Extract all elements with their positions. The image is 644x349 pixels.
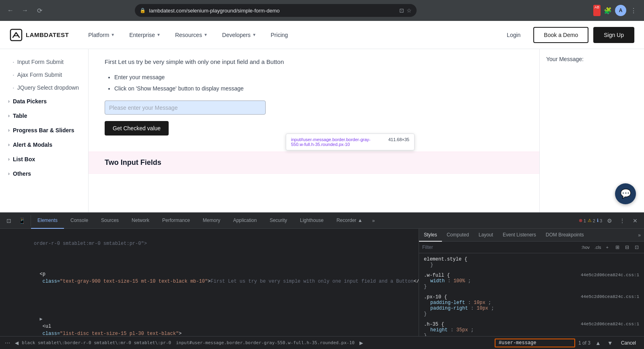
back-button[interactable]: ←	[5, 5, 16, 16]
sidebar-section-others[interactable]: › Others	[0, 166, 88, 181]
style-prop-line: padding-right : 10px ;	[424, 306, 639, 311]
nav-resources[interactable]: Resources ▼	[169, 29, 214, 41]
toggle-element-state-button[interactable]: ⊟	[623, 243, 631, 251]
devtools-tab-recorder[interactable]: Recorder ▲	[330, 213, 369, 229]
nav-enterprise[interactable]: Enterprise ▼	[123, 29, 167, 41]
warning-count: 2	[593, 218, 595, 223]
styles-tab-dom-breakpoints[interactable]: DOM Breakpoints	[541, 229, 589, 242]
signup-button[interactable]: Sign Up	[593, 27, 634, 43]
devtools-more-button[interactable]: ⋮	[617, 215, 628, 226]
hover-toggle-button[interactable]: :hov	[580, 244, 591, 250]
inspect-element-button[interactable]: ⊡	[3, 215, 14, 226]
warning-icon: ⚠	[588, 218, 592, 223]
get-checked-value-button[interactable]: Get Checked value	[105, 121, 169, 135]
user-message-input[interactable]	[105, 101, 266, 115]
devtools-more-tabs[interactable]: »	[369, 218, 378, 224]
search-prev-button[interactable]: ▲	[594, 339, 603, 347]
breadcrumb-arrow-right: ▶	[359, 340, 363, 346]
book-demo-button[interactable]: Book a Demo	[533, 27, 588, 43]
styles-tab-styles[interactable]: Styles	[419, 229, 442, 242]
screenshot-icon: ⊡	[399, 7, 404, 14]
page-wrapper: LAMBDATEST Platform ▼ Enterprise ▼ Resou…	[0, 21, 644, 349]
styles-tab-event-listeners[interactable]: Event Listeners	[498, 229, 541, 242]
logo-text: LAMBDATEST	[26, 31, 69, 38]
search-next-button[interactable]: ▼	[606, 339, 615, 347]
sidebar-section-list-box[interactable]: › List Box	[0, 152, 88, 166]
sidebar-item-input-form-submit[interactable]: • Input Form Submit	[0, 55, 88, 68]
expand-arrow-icon[interactable]: ▶	[39, 316, 42, 322]
nav-platform[interactable]: Platform ▼	[82, 29, 121, 41]
style-source-link[interactable]: 44e5c2d06cea824c.css:1	[581, 322, 639, 326]
devtools-tab-console[interactable]: Console	[64, 213, 95, 229]
style-property-value: 10px	[477, 306, 488, 311]
extension-badge-ab[interactable]: AB	[593, 5, 601, 16]
devtools-close-button[interactable]: ✕	[630, 215, 641, 226]
sidebar-item-label: Alert & Modals	[13, 142, 52, 148]
styles-filter-bar: :hov .cls + ⊞ ⊟ ⊡	[419, 242, 644, 253]
style-semicolon: ;	[468, 278, 471, 284]
address-bar[interactable]: 🔒 lambdatest.com/selenium-playground/sim…	[135, 4, 417, 17]
sidebar-item-label: List Box	[13, 156, 35, 162]
devtools-toolbar: ⊡ 📱 Elements Console Sources Network Per…	[0, 213, 644, 229]
styles-tab-layout[interactable]: Layout	[474, 229, 498, 242]
style-block-element: element.style { }	[424, 257, 639, 268]
star-icon[interactable]: ☆	[407, 7, 412, 14]
svg-rect-0	[10, 29, 22, 41]
styles-tabs: Styles Computed Layout Event Listeners D…	[419, 229, 644, 242]
element-search-input[interactable]	[495, 339, 575, 347]
sidebar-section-alert-modals[interactable]: › Alert & Modals	[0, 138, 88, 152]
styles-tab-computed[interactable]: Computed	[442, 229, 474, 242]
chat-button[interactable]: 💬	[615, 183, 636, 204]
devtools-tab-application[interactable]: Application	[227, 213, 263, 229]
element-line[interactable]: <p class="text-gray-900 text-size-15 mt-…	[0, 255, 419, 300]
add-style-button[interactable]: +	[605, 244, 610, 250]
devtools-styles-panel: Styles Computed Layout Event Listeners D…	[419, 229, 644, 336]
url-text: lambdatest.com/selenium-playground/simpl…	[149, 8, 396, 14]
info-icon: ℹ	[597, 218, 599, 223]
info-count: 3	[600, 218, 602, 223]
more-menu-button[interactable]: ⋮	[628, 5, 639, 16]
element-line[interactable]: ▶ <ul class="list-disc text-size-15 pl-3…	[0, 300, 419, 336]
copy-styles-button[interactable]: ⊡	[633, 243, 641, 251]
devtools-tab-sources[interactable]: Sources	[95, 213, 125, 229]
styles-content: element.style { } .w-full { 44e5c2d06cea…	[419, 253, 644, 336]
sidebar-section-progress-bar[interactable]: › Progress Bar & Sliders	[0, 123, 88, 138]
devtools-tab-security[interactable]: Security	[263, 213, 293, 229]
devtools-tab-memory[interactable]: Memory	[196, 213, 227, 229]
device-toolbar-button[interactable]: 📱	[16, 215, 27, 226]
cls-toggle-button[interactable]: .cls	[593, 244, 603, 250]
style-closing-brace-line: }	[424, 311, 639, 317]
search-cancel-button[interactable]: Cancel	[618, 339, 639, 347]
style-source-link[interactable]: 44e5c2d06cea824c.css:1	[581, 294, 639, 299]
devtools-tab-performance[interactable]: Performance	[156, 213, 196, 229]
devtools-tab-network[interactable]: Network	[125, 213, 156, 229]
styles-more-tabs[interactable]: »	[635, 232, 644, 238]
style-source-link[interactable]: 44e5c2d06cea824c.css:1	[581, 273, 639, 277]
sidebar-item-jquery-select[interactable]: • JQuery Select dropdown	[0, 81, 88, 94]
sidebar-section-data-pickers[interactable]: › Data Pickers	[0, 94, 88, 109]
enterprise-label: Enterprise	[129, 32, 155, 38]
nav-pricing[interactable]: Pricing	[264, 29, 295, 41]
sidebar-item-ajax-form-submit[interactable]: • Ajax Form Submit	[0, 68, 88, 81]
sidebar-section-table[interactable]: › Table	[0, 109, 88, 123]
reload-button[interactable]: ⟳	[34, 5, 45, 16]
main-area: • Input Form Submit • Ajax Form Submit •…	[0, 49, 644, 212]
bottom-right-controls: 1 of 3 ▲ ▼ Cancel	[495, 339, 639, 347]
profile-button[interactable]: A	[615, 5, 626, 16]
devtools-settings-button[interactable]: ⚙	[604, 215, 615, 226]
style-brace: }	[424, 284, 427, 289]
extensions-button[interactable]: 🧩	[602, 5, 613, 16]
chevron-right-icon: ›	[8, 171, 10, 177]
login-button[interactable]: Login	[499, 29, 528, 41]
devtools-tab-lighthouse[interactable]: Lighthouse	[293, 213, 330, 229]
devtools-tab-elements[interactable]: Elements	[31, 213, 64, 229]
styles-filter-input[interactable]	[422, 244, 576, 250]
style-colon: :	[450, 327, 456, 333]
new-style-rule-button[interactable]: ⊞	[613, 243, 621, 251]
element-line[interactable]: order-r-0 smtablet:mr-0 smtablet:pr-0">	[0, 232, 419, 255]
forward-button[interactable]: →	[19, 5, 31, 16]
style-block-h-35: .h-35 { 44e5c2d06cea824c.css:1 height : …	[424, 322, 639, 336]
nav-developers[interactable]: Developers ▼	[216, 29, 263, 41]
element-attr-value: "text-gray-900 text-size-15 mt-10 text-b…	[60, 279, 208, 284]
element-tag-name: ul	[45, 324, 51, 329]
